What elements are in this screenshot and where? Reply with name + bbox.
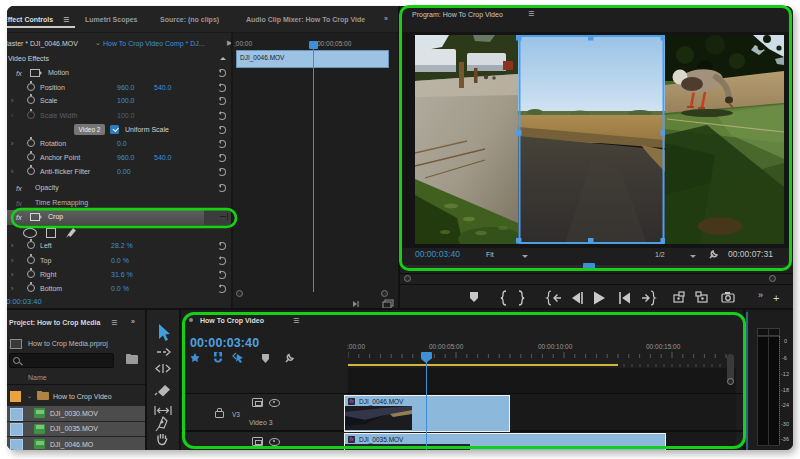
svg-text:»: » [758, 290, 763, 300]
svg-text:+: + [773, 292, 779, 304]
